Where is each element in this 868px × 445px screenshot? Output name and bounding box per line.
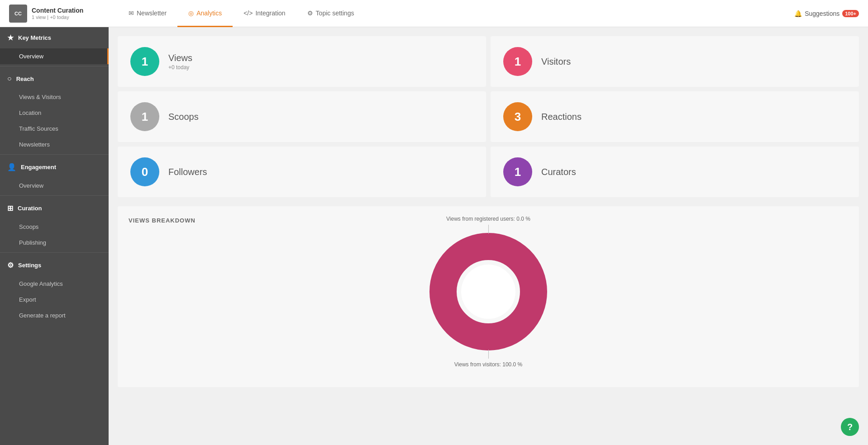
- sidebar-item-scoops[interactable]: Scoops: [0, 219, 109, 235]
- metric-bubble-views: 1: [130, 47, 159, 76]
- main-content: 1 Views +0 today 1 Visitors 1: [109, 27, 868, 445]
- sidebar: ★ Key Metrics Overview ○ Reach Views & V…: [0, 27, 109, 445]
- suggestions-badge: 100+: [842, 10, 859, 17]
- nav-right: 🔔 Suggestions 100+: [794, 10, 859, 17]
- sidebar-item-overview[interactable]: Overview: [0, 48, 109, 64]
- metric-label-scoops: Scoops: [168, 112, 199, 122]
- star-icon: ★: [7, 33, 14, 42]
- suggestions-icon: 🔔: [794, 10, 802, 17]
- metric-card-scoops: 1 Scoops: [118, 91, 486, 142]
- sidebar-item-views-visitors[interactable]: Views & Visitors: [0, 89, 109, 105]
- metric-label-reactions: Reactions: [541, 112, 582, 122]
- divider: [0, 252, 109, 253]
- divider: [0, 154, 109, 155]
- sidebar-item-location[interactable]: Location: [0, 105, 109, 121]
- donut-chart-container: Views from registered users: 0.0 % Views…: [129, 233, 848, 350]
- divider: [0, 66, 109, 66]
- metric-label-curators: Curators: [541, 167, 576, 177]
- metric-card-reactions: 3 Reactions: [491, 91, 859, 142]
- sidebar-item-publishing[interactable]: Publishing: [0, 235, 109, 251]
- suggestions-button[interactable]: 🔔 Suggestions 100+: [794, 10, 859, 17]
- donut-chart-svg: [429, 233, 547, 350]
- integration-icon: </>: [243, 9, 253, 17]
- metric-bubble-curators: 1: [503, 157, 532, 186]
- metric-bubble-visitors: 1: [503, 47, 532, 76]
- metric-bubble-followers: 0: [130, 157, 159, 186]
- topic-settings-icon: ⚙: [307, 9, 313, 17]
- sidebar-item-engagement-overview[interactable]: Overview: [0, 178, 109, 194]
- sidebar-section-reach[interactable]: ○ Reach: [0, 68, 109, 89]
- metric-label-visitors: Visitors: [541, 57, 571, 67]
- sidebar-section-engagement[interactable]: 👤 Engagement: [0, 156, 109, 178]
- metric-card-views: 1 Views +0 today: [118, 36, 486, 87]
- sidebar-item-google-analytics[interactable]: Google Analytics: [0, 276, 109, 292]
- sidebar-item-export[interactable]: Export: [0, 292, 109, 308]
- sidebar-item-generate-report[interactable]: Generate a report: [0, 308, 109, 323]
- brand-title: Content Curation: [32, 7, 83, 14]
- donut-wrapper: Views from registered users: 0.0 % Views…: [429, 233, 547, 350]
- sidebar-section-curation[interactable]: ⊞ Curation: [0, 198, 109, 219]
- app-body: ★ Key Metrics Overview ○ Reach Views & V…: [0, 27, 868, 445]
- brand-area: CC Content Curation 1 view | +0 today: [9, 5, 118, 23]
- tab-topic-settings[interactable]: ⚙ Topic settings: [296, 0, 365, 27]
- curation-icon: ⊞: [7, 204, 13, 213]
- donut-line-bottom: [488, 350, 489, 359]
- tab-integration[interactable]: </> Integration: [233, 0, 296, 27]
- brand-icon: CC: [9, 5, 27, 23]
- sidebar-item-traffic-sources[interactable]: Traffic Sources: [0, 121, 109, 137]
- metric-label-views: Views: [168, 53, 192, 63]
- divider: [0, 195, 109, 196]
- analytics-icon: ◎: [188, 9, 194, 17]
- donut-line-top: [488, 225, 489, 234]
- donut-label-top: Views from registered users: 0.0 %: [446, 216, 530, 222]
- suggestions-label: Suggestions: [805, 10, 839, 17]
- metric-bubble-scoops: 1: [130, 102, 159, 131]
- metric-sub-views: +0 today: [168, 64, 192, 71]
- metric-label-followers: Followers: [168, 167, 207, 177]
- metric-card-curators: 1 Curators: [491, 147, 859, 197]
- metric-bubble-reactions: 3: [503, 102, 532, 131]
- metrics-grid: 1 Views +0 today 1 Visitors 1: [118, 36, 859, 197]
- newsletter-icon: ✉: [129, 9, 134, 17]
- sidebar-section-settings[interactable]: ⚙ Settings: [0, 255, 109, 276]
- top-nav: CC Content Curation 1 view | +0 today ✉ …: [0, 0, 868, 27]
- tab-newsletter[interactable]: ✉ Newsletter: [118, 0, 177, 27]
- donut-label-bottom: Views from visitors: 100.0 %: [454, 361, 523, 368]
- engagement-icon: 👤: [7, 163, 16, 171]
- help-button[interactable]: ?: [841, 418, 859, 436]
- sidebar-item-newsletters[interactable]: Newsletters: [0, 137, 109, 152]
- metric-card-followers: 0 Followers: [118, 147, 486, 197]
- sidebar-section-key-metrics[interactable]: ★ Key Metrics: [0, 27, 109, 48]
- metric-card-visitors: 1 Visitors: [491, 36, 859, 87]
- views-breakdown-section: VIEWS BREAKDOWN Views from registered us…: [118, 206, 859, 387]
- settings-icon: ⚙: [7, 261, 14, 270]
- reach-icon: ○: [7, 75, 12, 83]
- tab-analytics[interactable]: ◎ Analytics: [177, 0, 233, 27]
- nav-tabs: ✉ Newsletter ◎ Analytics </> Integration…: [118, 0, 794, 27]
- svg-point-1: [461, 265, 515, 319]
- brand-subtitle: 1 view | +0 today: [32, 14, 83, 20]
